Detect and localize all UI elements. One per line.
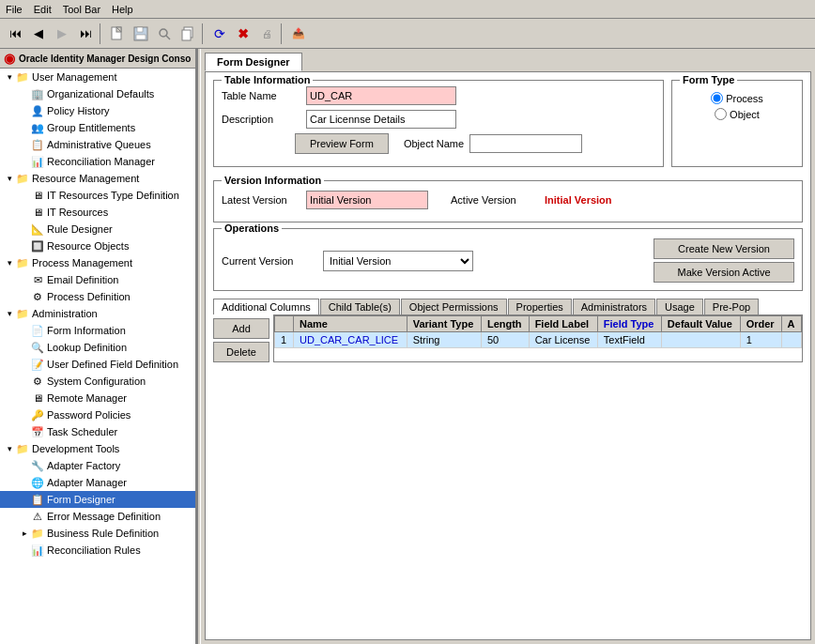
tab-additional-columns[interactable]: Additional Columns — [213, 299, 319, 314]
form-type-radio-group: Process Object — [680, 92, 794, 120]
tree-node-adapter-manager[interactable]: 🌐 Adapter Manager — [0, 474, 195, 491]
current-version-select[interactable]: Initial Version — [323, 251, 473, 271]
form-type-legend: Form Type — [680, 74, 737, 85]
tree-node-lookup-definition[interactable]: 🔍 Lookup Definition — [0, 339, 195, 356]
tree-node-rule-designer[interactable]: 📐 Rule Designer — [0, 221, 195, 238]
radio-object[interactable]: Object — [715, 108, 760, 120]
expand-icon-user-management[interactable]: ▾ — [4, 72, 15, 82]
tree-node-reconciliation-manager[interactable]: 📊 Reconciliation Manager — [0, 153, 195, 170]
col-a: A — [781, 316, 801, 332]
tree-node-task-scheduler[interactable]: 📅 Task Scheduler — [0, 423, 195, 440]
menu-help[interactable]: Help — [106, 2, 139, 17]
refresh-button[interactable]: ⟳ — [208, 23, 231, 45]
tree-label-user-management: User Management — [32, 71, 117, 83]
preview-form-button[interactable]: Preview Form — [295, 133, 389, 154]
table-row[interactable]: 1 UD_CAR_CAR_LICE String 50 Car License … — [275, 332, 802, 348]
tree-node-it-resources-type-def[interactable]: 🖥 IT Resources Type Definition — [0, 187, 195, 204]
tree-node-policy-history[interactable]: 👤 Policy History — [0, 102, 195, 119]
tree-node-form-information[interactable]: 📄 Form Information — [0, 322, 195, 339]
menu-toolbar[interactable]: Tool Bar — [57, 2, 106, 17]
menu-file[interactable]: File — [0, 2, 28, 17]
tree-label-admin-queues: Administrative Queues — [47, 139, 151, 150]
tree-node-system-configuration[interactable]: ⚙ System Configuration — [0, 373, 195, 390]
tree-node-user-defined-field-def[interactable]: 📝 User Defined Field Definition — [0, 356, 195, 373]
tree-node-password-policies[interactable]: 🔑 Password Policies — [0, 406, 195, 423]
object-name-input[interactable] — [469, 134, 582, 153]
last-button[interactable]: ⏭ — [74, 23, 97, 45]
next-button[interactable]: ▶ — [51, 23, 73, 45]
copy-button[interactable] — [177, 23, 199, 45]
tree-node-process-management[interactable]: ▾ 📁 Process Management — [0, 254, 195, 271]
tree-node-reconciliation-rules[interactable]: 📊 Reconciliation Rules — [0, 542, 195, 559]
tree-node-error-message-def[interactable]: ⚠ Error Message Definition — [0, 508, 195, 525]
delete-button[interactable]: ✖ — [232, 23, 254, 45]
tree-node-business-rule-def[interactable]: ▸ 📁 Business Rule Definition — [0, 525, 195, 542]
expand-icon-process-management[interactable]: ▾ — [4, 258, 15, 268]
table-information-legend: Table Information — [222, 74, 313, 85]
export-button[interactable]: 📤 — [287, 23, 310, 45]
tree-node-email-definition[interactable]: ✉ Email Definition — [0, 271, 195, 288]
tab-administrators[interactable]: Administrators — [573, 299, 655, 314]
tab-form-designer[interactable]: Form Designer — [205, 53, 302, 71]
radio-process-input[interactable] — [711, 92, 723, 104]
expand-icon-administration[interactable]: ▾ — [4, 309, 15, 318]
tree-label-remote-manager: Remote Manager — [47, 392, 127, 404]
make-version-active-button[interactable]: Make Version Active — [654, 262, 794, 283]
add-button[interactable]: Add — [213, 318, 269, 339]
expand-icon-resource-management[interactable]: ▾ — [4, 174, 15, 183]
tree-label-process-definition: Process Definition — [47, 291, 131, 302]
tab-properties[interactable]: Properties — [508, 299, 572, 314]
tree-node-it-resources[interactable]: 🖥 IT Resources — [0, 204, 195, 221]
tree-node-form-designer[interactable]: 📋 Form Designer — [0, 491, 195, 508]
tree-label-reconciliation-manager: Reconciliation Manager — [47, 156, 155, 167]
prev-button[interactable]: ◀ — [27, 23, 50, 45]
tree-node-adapter-factory[interactable]: 🔧 Adapter Factory — [0, 457, 195, 474]
tree-node-group-entitlements[interactable]: 👥 Group Entitlements — [0, 119, 195, 136]
description-row: Description — [222, 110, 655, 129]
tree-icon-user-management: 📁 — [15, 69, 30, 84]
print-button[interactable]: 🖨 — [255, 23, 278, 45]
tree-icon-reconciliation-rules: 📊 — [30, 543, 45, 558]
tree-node-process-definition[interactable]: ⚙ Process Definition — [0, 288, 195, 305]
find-button[interactable] — [153, 23, 176, 45]
first-button[interactable]: ⏮ — [4, 23, 26, 45]
description-input[interactable] — [306, 110, 456, 129]
menu-edit[interactable]: Edit — [28, 2, 57, 17]
expand-icon-development-tools[interactable]: ▾ — [4, 444, 15, 453]
tree-node-resource-management[interactable]: ▾ 📁 Resource Management — [0, 170, 195, 187]
tree-node-user-management[interactable]: ▾ 📁 User Management — [0, 69, 195, 85]
radio-object-input[interactable] — [715, 108, 727, 120]
create-new-version-button[interactable]: Create New Version — [654, 238, 794, 259]
save-button[interactable] — [130, 23, 152, 45]
tree-icon-lookup-definition: 🔍 — [30, 340, 45, 355]
tree-label-task-scheduler: Task Scheduler — [47, 426, 117, 437]
tree-label-form-designer: Form Designer — [47, 494, 115, 505]
cell-name: UD_CAR_CAR_LICE — [294, 332, 408, 348]
radio-process-label: Process — [726, 93, 763, 104]
tree-icon-it-resources-type-def: 🖥 — [30, 188, 45, 203]
app-title: Oracle Identity Manager Design Conso — [19, 54, 191, 64]
tree-node-resource-objects[interactable]: 🔲 Resource Objects — [0, 238, 195, 254]
tree-label-resource-management: Resource Management — [32, 173, 139, 184]
svg-point-5 — [160, 29, 167, 37]
expand-icon-business-rule-def[interactable]: ▸ — [19, 529, 30, 538]
tree-label-resource-objects: Resource Objects — [47, 240, 129, 252]
tree-node-org-defaults[interactable]: 🏢 Organizational Defaults — [0, 85, 195, 102]
delete-button[interactable]: Delete — [213, 342, 269, 362]
toolbar: ⏮ ◀ ▶ ⏭ ⟳ ✖ 🖨 📤 — [0, 19, 815, 49]
tree-label-group-entitlements: Group Entitlements — [47, 122, 135, 133]
tab-child-tables[interactable]: Child Table(s) — [320, 299, 400, 314]
tree-node-administration[interactable]: ▾ 📁 Administration — [0, 305, 195, 322]
table-name-input[interactable] — [306, 86, 456, 105]
latest-version-input[interactable] — [306, 191, 428, 209]
radio-process[interactable]: Process — [711, 92, 763, 104]
tab-object-permissions[interactable]: Object Permissions — [401, 299, 507, 314]
tab-pre-pop[interactable]: Pre-Pop — [704, 299, 759, 314]
tree-node-development-tools[interactable]: ▾ 📁 Development Tools — [0, 440, 195, 457]
tree-icon-administration: 📁 — [15, 306, 30, 321]
tree-node-admin-queues[interactable]: 📋 Administrative Queues — [0, 136, 195, 153]
tab-usage[interactable]: Usage — [656, 299, 703, 314]
tree-label-it-resources: IT Resources — [47, 207, 108, 218]
new-button[interactable] — [106, 23, 129, 45]
tree-node-remote-manager[interactable]: 🖥 Remote Manager — [0, 390, 195, 406]
